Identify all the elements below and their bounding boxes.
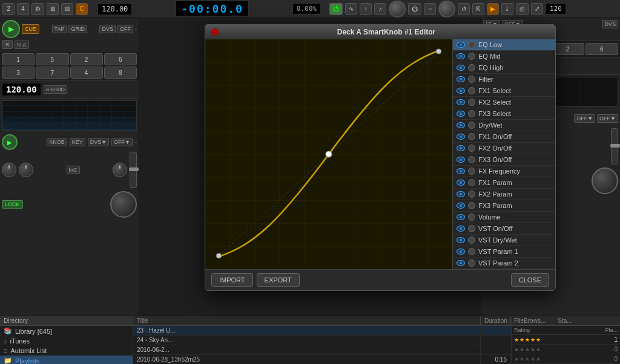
param-item-volume[interactable]: 👁 Volume [453,212,555,223]
circle-btn-eq-high[interactable] [468,64,475,71]
param-item-vst-param1[interactable]: 👁 VST Param 1 [453,246,555,258]
eye-icon-fx2-select[interactable]: 👁 [457,99,465,105]
dvs-btn[interactable]: ▶ [487,3,499,15]
circle-btn-dry-wet[interactable] [468,122,475,129]
param-item-dry-wet[interactable]: 👁 Dry/Wet [453,120,555,131]
eye-icon-fx1-param[interactable]: 👁 [457,180,465,186]
param-item-fx1-select[interactable]: 👁 FX1 Select [453,85,555,97]
eye-icon-fx3-param[interactable]: 👁 [457,203,465,209]
circle-btn-fx2-select[interactable] [468,99,475,106]
circle-btn[interactable]: ○ [424,3,436,15]
circle-btn-volume[interactable] [468,213,475,221]
eq-mid-knob[interactable] [19,163,33,177]
eye-icon-eq-low[interactable]: 👁 [457,42,465,48]
circle-btn-vst-param2[interactable] [468,259,475,267]
off-selector-left2[interactable]: OFF▼ [111,138,133,146]
param-item-filter[interactable]: 👁 Filter [453,74,555,85]
hotcue-7[interactable]: 7 [36,67,68,79]
circle-btn-fx1-onoff[interactable] [468,133,475,140]
eye-icon-vst-param2[interactable]: 👁 [457,260,465,266]
param-item-fx3-param[interactable]: 👁 FX3 Param [453,200,555,212]
circle-btn-filter[interactable] [468,76,475,83]
off-right2[interactable]: OFF▼ [574,114,595,123]
ina-selector-left[interactable]: In A [15,41,29,49]
modal-close-btn[interactable]: ● [211,28,219,36]
automix-item[interactable]: ≡ Automix List [0,346,133,356]
tempo-knob[interactable] [438,1,455,18]
track-row-2[interactable]: 2010-06-2... [133,345,511,355]
eye-icon-eq-high[interactable]: 👁 [457,65,465,71]
dvs-selector-left[interactable]: DVS [99,25,116,33]
param-item-fx-freq[interactable]: 👁 FX Frequency [453,166,555,177]
inc-selector[interactable]: InC [67,166,80,174]
track-row-3[interactable]: 2010-06-28_13h52m25 0:15 [133,355,511,364]
rec-btn[interactable]: C [76,3,88,15]
hotcue-1[interactable]: 1 [2,53,35,65]
grid-btn[interactable]: ⊞ [47,3,59,15]
tempo-btn[interactable]: ↑ [360,3,372,15]
knob-selector[interactable]: KNOB [47,138,67,146]
hotcue-r2[interactable]: 2 [552,43,584,55]
circle-btn-fx2-param[interactable] [468,190,475,198]
wave-btn[interactable]: ∿ [345,3,357,15]
hotcue-3[interactable]: 3 [2,67,35,79]
playlists-item[interactable]: 📁 Playlists [0,356,133,364]
import-btn[interactable]: IMPORT [211,273,253,287]
hotcue-r6[interactable]: 6 [585,43,618,55]
circle-btn-fx2-onoff[interactable] [468,145,475,152]
eye-icon-fx1-select[interactable]: 👁 [457,88,465,94]
circle-btn-eq-mid[interactable] [468,53,475,60]
circle-btn-fx1-param[interactable] [468,179,475,186]
power2-btn[interactable]: ⏻ [408,3,421,15]
param-item-eq-high[interactable]: 👁 EQ High [453,62,555,74]
param-item-eq-low[interactable]: 👁 EQ Low [453,39,555,51]
circle-btn-fx-freq[interactable] [468,167,475,175]
circle-btn-vst-drywet[interactable] [468,236,475,244]
key2-btn[interactable]: K [472,3,484,15]
eye-icon-eq-mid[interactable]: 👁 [457,53,465,59]
eye-icon-fx1-onoff[interactable]: 👁 [457,134,465,140]
param-item-fx1-param[interactable]: 👁 FX1 Param [453,177,555,189]
num-4-btn[interactable]: 4 [17,3,29,15]
track-row-0[interactable]: 23 - Hazel U... [133,326,511,336]
param-item-eq-mid[interactable]: 👁 EQ Mid [453,51,555,62]
library-item[interactable]: 📚 Library [645] [0,326,133,336]
power-btn[interactable]: ⏻ [329,3,343,15]
eye-icon-fx3-onoff[interactable]: 👁 [457,157,465,163]
eye-icon-fx2-onoff[interactable]: 👁 [457,145,465,151]
cue-btn-left[interactable]: CUE [22,24,39,34]
hotcue-2[interactable]: 2 [70,53,103,65]
dvs-selector-right[interactable]: DVS [602,20,618,28]
eye-icon-vst-onoff[interactable]: 👁 [457,226,465,232]
curve-editor[interactable] [205,39,452,269]
export-btn[interactable]: EXPORT [257,273,300,287]
hotcue-8[interactable]: 8 [104,67,137,79]
eye-icon-fx3-select[interactable]: 👁 [457,111,465,117]
eye-icon-fx-freq[interactable]: 👁 [457,168,465,174]
agrid-selector[interactable]: A-GRID [44,85,68,94]
master-knob[interactable] [389,1,406,18]
eye-icon-fx2-param[interactable]: 👁 [457,191,465,197]
param-item-fx3-onoff[interactable]: 👁 FX3 On/Off [453,154,555,166]
loop-icon-btn[interactable]: ↺ [458,3,470,15]
key-selector[interactable]: KEY [70,138,85,146]
itunes-item[interactable]: ♪ iTunes [0,336,133,346]
track-row-1[interactable]: 24 - Sky An... [133,336,511,345]
param-item-fx2-select[interactable]: 👁 FX2 Select [453,97,555,108]
eye-icon-filter[interactable]: 👁 [457,76,465,82]
circle-btn-fx3-select[interactable] [468,110,475,117]
play-btn-left[interactable]: ▶ [2,20,20,38]
circle-btn-vst-param1[interactable] [468,248,475,255]
eye-icon-vst-param1[interactable]: 👁 [457,249,465,255]
circle-btn-fx1-select[interactable] [468,87,475,94]
grid-selector[interactable]: GRID [68,25,87,33]
expand-btn[interactable]: ⤢ [531,3,543,15]
tap-selector[interactable]: TAP [52,25,67,33]
knob-right1[interactable] [113,163,127,177]
eq-low-knob[interactable] [2,163,16,177]
view-btn[interactable]: ⊟ [61,3,73,15]
off-selector-left[interactable]: OFF [117,25,133,33]
play-btn-left2[interactable]: ▶ [2,134,18,150]
param-item-fx2-param[interactable]: 👁 FX2 Param [453,189,555,200]
circle-btn-eq-low[interactable] [468,41,475,48]
